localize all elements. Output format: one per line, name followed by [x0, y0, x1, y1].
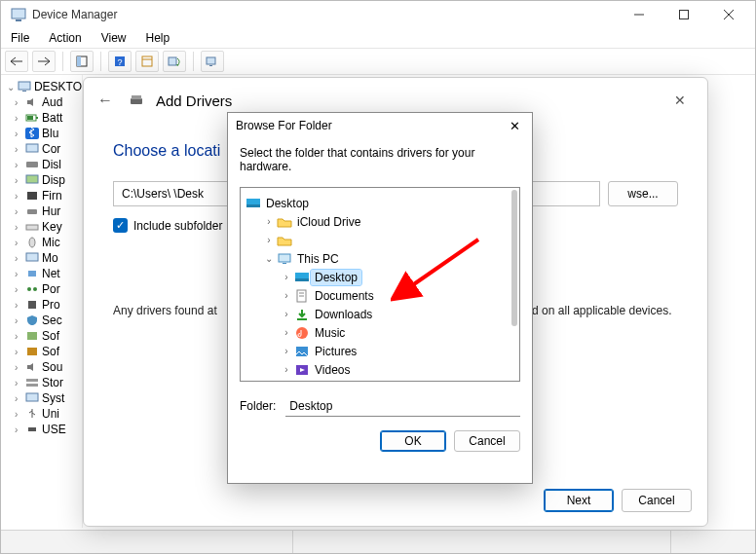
folder-pc-downloads[interactable]: › Downloads — [245, 305, 515, 323]
folder-pc-music[interactable]: › Music — [245, 323, 515, 342]
chevron-right-icon: › — [15, 393, 24, 404]
window-controls — [617, 1, 751, 28]
battery-icon — [24, 111, 40, 125]
chevron-right-icon[interactable]: › — [280, 327, 293, 338]
tree-item[interactable]: ›Uni — [9, 406, 82, 422]
tree-item[interactable]: ›Stor — [9, 375, 82, 390]
folder-pc-documents[interactable]: › Documents — [245, 286, 515, 305]
tree-item-label: Batt — [42, 111, 62, 125]
browse-close-button[interactable]: ✕ — [505, 119, 524, 133]
folder-icloud[interactable]: › iCloud Drive — [245, 212, 515, 231]
tree-item-label: Cor — [42, 142, 60, 156]
system-icon — [24, 391, 40, 405]
tree-item[interactable]: ›Net — [9, 266, 82, 281]
desktop-icon — [293, 270, 311, 285]
chevron-right-icon[interactable]: › — [262, 235, 276, 245]
tree-item[interactable]: ›Pro — [9, 297, 82, 313]
tree-item[interactable]: ›Blu — [9, 126, 82, 141]
mouse-icon — [24, 236, 40, 249]
component-icon — [24, 329, 40, 343]
menu-view[interactable]: View — [97, 31, 131, 45]
folder-label: Desktop — [311, 270, 361, 285]
tree-item[interactable]: ›Sou — [9, 359, 82, 375]
tree-item-label: Blu — [42, 127, 58, 140]
software-icon — [24, 345, 40, 358]
statusbar — [1, 530, 755, 553]
chevron-right-icon[interactable]: › — [280, 364, 293, 375]
tree-item[interactable]: ›Key — [9, 219, 82, 235]
menu-action[interactable]: Action — [45, 31, 85, 45]
toolbar-scan-button[interactable] — [163, 51, 186, 72]
folder-tree[interactable]: Desktop › iCloud Drive › ⌄ This PC › Des… — [240, 187, 520, 382]
tree-item[interactable]: ›Cor — [9, 141, 82, 157]
close-icon[interactable]: ✕ — [666, 92, 694, 108]
chevron-right-icon: › — [15, 160, 24, 170]
firmware-icon — [24, 189, 40, 203]
toolbar-properties-button[interactable] — [135, 51, 159, 72]
tree-item[interactable]: ›Por — [9, 281, 82, 297]
chevron-right-icon[interactable]: › — [280, 290, 293, 301]
browse-cancel-button[interactable]: Cancel — [454, 430, 520, 452]
chevron-right-icon[interactable]: › — [262, 216, 276, 227]
tree-root-label: DESKTO — [34, 80, 82, 93]
menu-help[interactable]: Help — [142, 31, 174, 45]
chevron-right-icon: › — [15, 409, 24, 420]
close-button[interactable] — [706, 1, 751, 28]
tree-item[interactable]: ›Mo — [9, 250, 82, 266]
chevron-right-icon: › — [15, 191, 24, 202]
folder-pc-pictures[interactable]: › Pictures — [245, 342, 515, 360]
tree-item[interactable]: ›USE — [9, 422, 82, 437]
browse-button[interactable]: wse... — [608, 181, 678, 206]
toolbar-back-button[interactable] — [5, 51, 28, 72]
svg-rect-3 — [680, 11, 689, 19]
keyboard-icon — [24, 220, 40, 234]
next-button[interactable]: Next — [544, 489, 614, 512]
toolbar-forward-button[interactable] — [32, 51, 56, 72]
tree-item[interactable]: ›Syst — [9, 390, 82, 406]
chevron-right-icon: › — [15, 129, 24, 139]
tree-item[interactable]: ›Hur — [9, 203, 82, 219]
chevron-right-icon[interactable]: › — [280, 309, 293, 319]
tree-item[interactable]: ›Sof — [9, 344, 82, 359]
cancel-button[interactable]: Cancel — [622, 489, 692, 512]
chevron-right-icon[interactable]: › — [280, 272, 293, 282]
svg-point-27 — [29, 238, 35, 247]
maximize-button[interactable] — [662, 1, 706, 28]
folder-blank[interactable]: › — [245, 231, 515, 249]
folder-this-pc[interactable]: ⌄ This PC — [245, 249, 515, 268]
menu-file[interactable]: File — [7, 31, 33, 45]
tree-item[interactable]: ›Disl — [9, 157, 82, 172]
security-icon — [24, 314, 40, 327]
minimize-button[interactable] — [617, 1, 662, 28]
folder-label: Videos — [311, 362, 354, 378]
folder-input[interactable] — [285, 395, 520, 417]
tree-item[interactable]: ›Aud — [9, 94, 82, 110]
svg-rect-19 — [27, 116, 33, 120]
svg-rect-38 — [28, 427, 36, 431]
tree-item[interactable]: ›Disp — [9, 172, 82, 188]
include-subfolders-checkbox[interactable]: ✓ — [113, 218, 128, 233]
folder-pc-videos[interactable]: › Videos — [245, 360, 515, 379]
back-button[interactable]: ← — [97, 92, 117, 109]
chevron-right-icon[interactable]: › — [280, 346, 293, 356]
toolbar-devices-button[interactable] — [201, 51, 224, 72]
folder-pc-desktop[interactable]: › Desktop — [245, 268, 515, 286]
tree-item[interactable]: ›Batt — [9, 110, 82, 126]
tree-root[interactable]: ⌄ DESKTO — [7, 79, 82, 94]
ok-button[interactable]: OK — [380, 430, 446, 452]
device-tree[interactable]: ⌄ DESKTO ›Aud›Batt›Blu›Cor›Disl›Disp›Fir… — [1, 75, 83, 528]
svg-rect-33 — [27, 332, 37, 340]
chevron-down-icon[interactable]: ⌄ — [262, 253, 276, 264]
tree-item[interactable]: ›Sec — [9, 313, 82, 328]
folder-desktop[interactable]: Desktop — [245, 194, 515, 212]
tree-item-label: Sou — [42, 360, 62, 374]
toolbar-help-button[interactable]: ? — [108, 51, 132, 72]
tree-item[interactable]: ›Sof — [9, 328, 82, 344]
toolbar-show-hide-button[interactable] — [70, 51, 94, 72]
tree-item[interactable]: ›Mic — [9, 235, 82, 250]
chevron-right-icon: › — [15, 253, 24, 264]
browse-dialog-message: Select the folder that contains drivers … — [228, 138, 532, 183]
scrollbar[interactable] — [511, 190, 517, 326]
folder-label: Downloads — [311, 307, 376, 322]
tree-item[interactable]: ›Firn — [9, 188, 82, 203]
